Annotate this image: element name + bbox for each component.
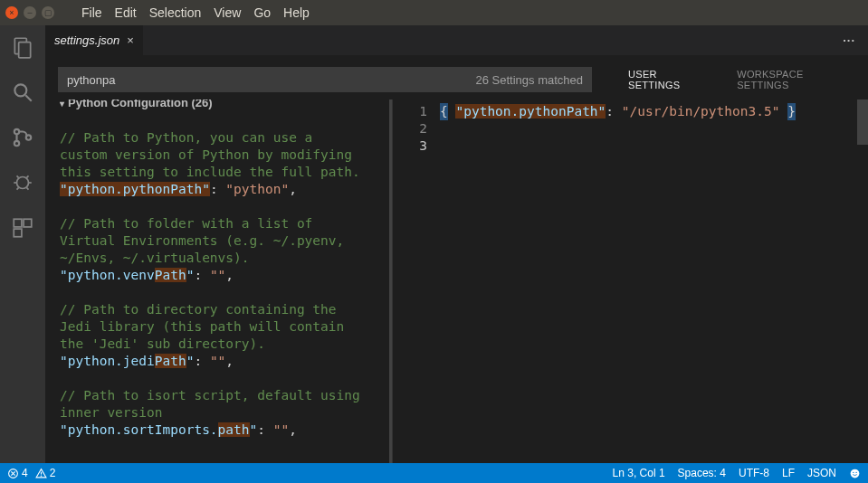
comment-line: // Path to Python, you can use a [60, 130, 312, 145]
activity-bar [0, 25, 45, 463]
settings-scope-tabs: USER SETTINGS WORKSPACE SETTINGS [628, 65, 855, 94]
setting-value: "" [273, 422, 289, 437]
title-bar: × – ▢ File Edit Selection View Go Help [0, 0, 868, 25]
section-header-python[interactable]: Python Configuration (26) [60, 99, 213, 112]
workbench: settings.json × ··· 26 Settings matched … [0, 25, 868, 463]
more-actions-icon[interactable]: ··· [843, 33, 868, 47]
tab-bar: settings.json × ··· [45, 25, 868, 56]
svg-line-3 [25, 95, 32, 101]
default-settings-code: // Path to Python, you can use a custom … [60, 112, 392, 456]
status-spaces[interactable]: Spaces: 4 [678, 467, 726, 479]
minimize-window-button[interactable]: – [24, 6, 36, 19]
window-controls: × – ▢ [5, 6, 54, 19]
status-warnings[interactable]: 2 [35, 467, 56, 479]
extensions-icon[interactable] [10, 215, 35, 241]
user-setting-value[interactable]: "/usr/bin/python3.5" [622, 104, 780, 118]
menu-help[interactable]: Help [283, 5, 310, 20]
settings-search-box[interactable]: 26 Settings matched [58, 67, 592, 92]
setting-value: "python" [225, 182, 289, 196]
menu-bar: File Edit Selection View Go Help [81, 5, 310, 20]
menu-view[interactable]: View [214, 5, 241, 20]
svg-point-24 [853, 471, 854, 472]
status-encoding[interactable]: UTF-8 [739, 467, 769, 479]
svg-point-22 [41, 475, 42, 476]
scrollbar-right[interactable] [857, 99, 868, 463]
menu-go[interactable]: Go [253, 5, 271, 20]
comment-line: // Path to isort script, default using [60, 388, 360, 402]
line-number: 3 [393, 137, 427, 155]
search-icon[interactable] [10, 80, 35, 105]
comment-line: Virtual Environments (e.g. ~/.pyenv, [60, 233, 344, 248]
user-settings-code[interactable]: { "python.pythonPath": "/usr/bin/python3… [440, 99, 796, 463]
close-window-button[interactable]: × [5, 6, 18, 19]
user-settings-pane[interactable]: 1 2 3 { "python.pythonPath": "/usr/bin/p… [393, 99, 868, 463]
tab-user-settings[interactable]: USER SETTINGS [628, 65, 710, 94]
line-gutter: 1 2 3 [393, 99, 440, 463]
line-number: 2 [393, 120, 427, 137]
comment-line: // Path to directory containing the [60, 302, 337, 317]
tab-title: settings.json [54, 33, 119, 47]
comment-line: custom version of Python by modifying [60, 147, 352, 162]
default-settings-pane[interactable]: Python Configuration (26) // Path to Pyt… [45, 99, 393, 463]
setting-value: "" [210, 354, 225, 368]
svg-rect-1 [19, 43, 31, 58]
tab-settings-json[interactable]: settings.json × [45, 25, 143, 56]
status-eol[interactable]: LF [782, 467, 795, 479]
user-setting-key[interactable]: "python.pythonPath" [455, 104, 606, 118]
comment-line: Jedi library (this path will contain [60, 319, 344, 334]
setting-key[interactable]: "python.pythonPath" [60, 182, 210, 196]
setting-value: "" [210, 268, 225, 282]
comment-line: // Path to folder with a list of [60, 216, 312, 231]
status-language[interactable]: JSON [807, 467, 836, 479]
svg-point-23 [851, 469, 860, 478]
svg-point-7 [17, 177, 29, 189]
comment-line: inner version [60, 405, 163, 420]
svg-line-11 [17, 175, 19, 177]
settings-match-count: 26 Settings matched [475, 73, 583, 87]
svg-point-2 [14, 84, 26, 96]
comment-line: the 'Jedi' sub directory). [60, 336, 265, 351]
settings-search-row: 26 Settings matched USER SETTINGS WORKSP… [58, 65, 855, 94]
close-tab-icon[interactable]: × [127, 33, 134, 47]
svg-line-12 [26, 175, 28, 177]
svg-line-13 [17, 187, 19, 189]
svg-point-4 [14, 129, 19, 134]
comment-line: this setting to include the full path. [60, 165, 360, 179]
settings-split: Python Configuration (26) // Path to Pyt… [45, 99, 868, 463]
svg-rect-15 [14, 219, 22, 227]
line-number: 1 [393, 103, 427, 120]
debug-icon[interactable] [10, 170, 35, 195]
svg-rect-16 [24, 219, 32, 227]
menu-edit[interactable]: Edit [115, 5, 137, 20]
comment-line: ~/Envs, ~/.virtualenvs). [60, 251, 250, 265]
brace-open: { [440, 103, 448, 120]
menu-file[interactable]: File [81, 5, 102, 20]
status-errors[interactable]: 4 [7, 467, 28, 479]
explorer-icon[interactable] [10, 34, 35, 60]
brace-close: } [787, 103, 796, 120]
status-bar: 4 2 Ln 3, Col 1 Spaces: 4 UTF-8 LF JSON [0, 463, 868, 483]
svg-point-5 [14, 141, 19, 146]
tab-workspace-settings[interactable]: WORKSPACE SETTINGS [737, 65, 855, 94]
svg-point-25 [855, 471, 856, 472]
feedback-icon[interactable] [849, 468, 861, 479]
svg-point-6 [26, 135, 31, 139]
settings-search-input[interactable] [67, 73, 475, 87]
svg-rect-17 [14, 229, 22, 237]
editor-area: settings.json × ··· 26 Settings matched … [45, 25, 868, 463]
menu-selection[interactable]: Selection [149, 5, 202, 20]
maximize-window-button[interactable]: ▢ [42, 6, 54, 19]
status-lncol[interactable]: Ln 3, Col 1 [613, 467, 665, 479]
svg-line-14 [26, 187, 28, 189]
source-control-icon[interactable] [10, 125, 35, 150]
